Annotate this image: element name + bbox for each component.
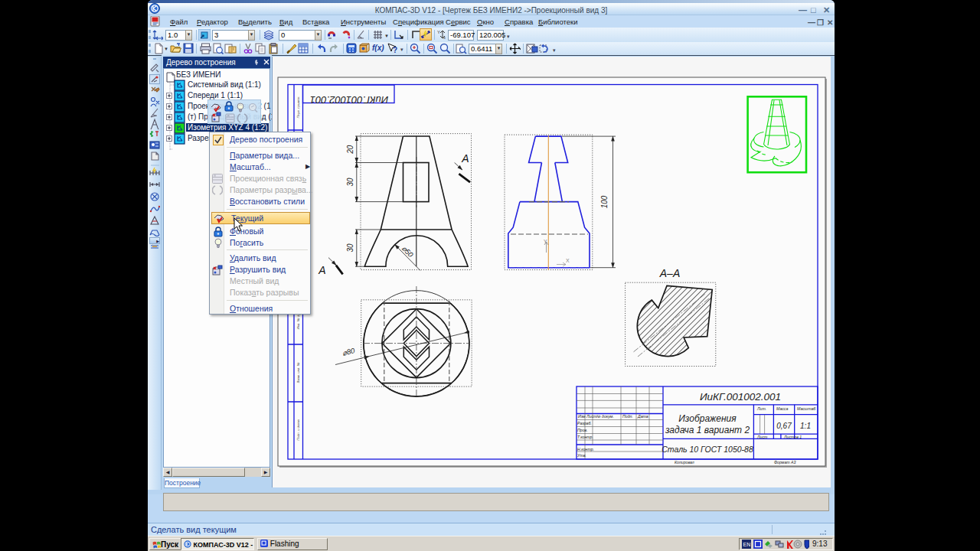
svg-text:Подп.: Подп.: [622, 414, 633, 419]
svg-text:Формат А3: Формат А3: [774, 460, 795, 465]
svg-text:0,67: 0,67: [776, 422, 792, 430]
svg-text:30: 30: [346, 243, 354, 253]
svg-text:Y: Y: [544, 239, 547, 244]
svg-text:Перв. примен.: Перв. примен.: [296, 96, 300, 118]
svg-text:?: ?: [393, 46, 397, 54]
svg-text:А: А: [318, 264, 325, 276]
svg-text:ИиКГ.001002.001: ИиКГ.001002.001: [310, 94, 388, 106]
svg-text:30: 30: [346, 178, 354, 187]
svg-text:Масштаб: Масштаб: [797, 406, 816, 411]
svg-text:Н.контр.: Н.контр.: [577, 447, 594, 452]
svg-text:Утв.: Утв.: [577, 453, 586, 458]
svg-text:ИиКГ.001002.001: ИиКГ.001002.001: [700, 391, 781, 403]
svg-text:Пров.: Пров.: [577, 428, 588, 432]
svg-text:№ докум.: № докум.: [596, 414, 614, 419]
svg-text:1:1: 1:1: [800, 422, 811, 430]
svg-text:А–А: А–А: [659, 267, 680, 279]
svg-text:Масса: Масса: [776, 406, 788, 411]
svg-text:Листов 1: Листов 1: [783, 435, 802, 439]
svg-text:EN: EN: [743, 542, 751, 547]
svg-text:Дата: Дата: [637, 414, 648, 419]
svg-text:Копировал: Копировал: [675, 460, 694, 465]
svg-text:Изображения: Изображения: [678, 413, 737, 424]
svg-text:Y: Y: [437, 30, 440, 34]
svg-text:Изм Лист: Изм Лист: [578, 414, 597, 419]
svg-text:А: А: [461, 152, 469, 165]
svg-text:Т.контр.: Т.контр.: [577, 435, 593, 439]
svg-text:Лист: Лист: [756, 435, 768, 439]
svg-text:задача 1 вариант 2: задача 1 вариант 2: [665, 425, 750, 435]
svg-text:Взам. инв. №: Взам. инв. №: [296, 362, 300, 383]
svg-text:Подп. и дата: Подп. и дата: [296, 419, 300, 441]
svg-text:Лит.: Лит.: [756, 406, 766, 411]
svg-text:X: X: [566, 258, 570, 263]
svg-text:Разраб.: Разраб.: [577, 421, 592, 425]
svg-text:Сталь 10 ГОСТ 1050-88: Сталь 10 ГОСТ 1050-88: [662, 445, 753, 454]
svg-text:20: 20: [346, 145, 354, 155]
svg-text:100: 100: [600, 195, 609, 208]
